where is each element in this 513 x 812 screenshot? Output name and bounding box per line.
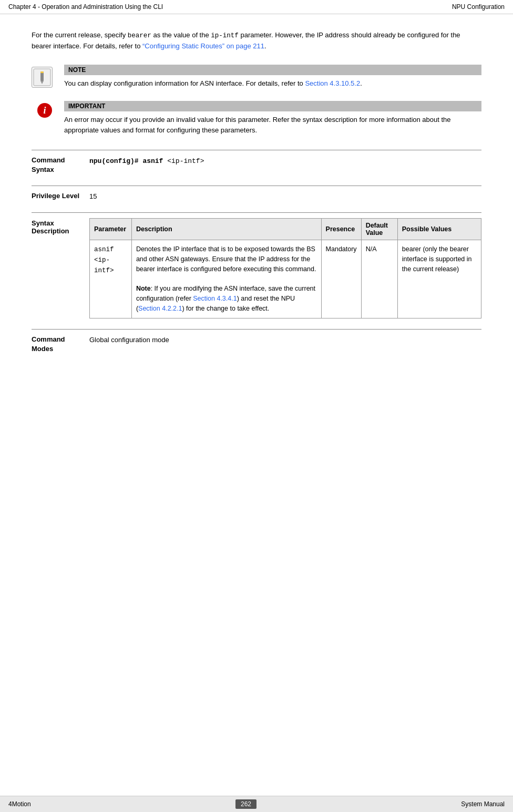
privilege-level-value: 15 <box>89 191 481 202</box>
intro-text1: For the current release, specify <box>32 31 128 39</box>
svg-rect-3 <box>40 71 44 73</box>
col-default-value: Default Value <box>361 219 397 240</box>
important-i-icon: i <box>37 103 52 118</box>
note-box: NOTE You can display configuration infor… <box>32 65 481 89</box>
note-header: NOTE <box>64 65 481 75</box>
param-code: asnif<ip-intf> <box>94 246 114 274</box>
command-modes-value: Global configuration mode <box>89 335 481 346</box>
important-header: IMPORTANT <box>64 101 481 111</box>
page-header: Chapter 4 - Operation and Administration… <box>0 0 513 14</box>
note-link[interactable]: Section 4.3.10.5.2 <box>305 79 360 87</box>
page-footer: 4Motion 262 System Manual <box>0 796 513 812</box>
command-modes-label: Command Modes <box>32 335 89 354</box>
table-row: asnif<ip-intf> Denotes the IP interface … <box>90 240 481 318</box>
intro-paragraph: For the current release, specify bearer … <box>32 30 481 52</box>
intro-text2: as the value of the <box>151 31 211 39</box>
note-text: You can display configuration informatio… <box>64 78 481 89</box>
cell-possible-values: bearer (only the bearer interface is sup… <box>397 240 481 318</box>
pencil-svg <box>33 68 52 87</box>
pencil-icon <box>32 67 53 88</box>
table-header-row: Parameter Description Presence Default V… <box>90 219 481 240</box>
command-syntax-section: Command Syntax npu(config)# asnif <ip-in… <box>32 150 481 185</box>
cell-description: Denotes the IP interface that is to be e… <box>131 240 321 318</box>
syntax-description-section: Syntax Description Parameter Description… <box>32 212 481 318</box>
intro-code2: ip-intf <box>211 32 239 39</box>
cell-presence: Mandatory <box>321 240 361 318</box>
important-content: IMPORTANT An error may occur if you prov… <box>64 101 481 135</box>
desc-note: Note: If you are modifying the ASN inter… <box>136 285 315 312</box>
cell-parameter: asnif<ip-intf> <box>90 240 132 318</box>
header-left: Chapter 4 - Operation and Administration… <box>8 3 163 11</box>
desc-main: Denotes the IP interface that is to be e… <box>136 245 316 273</box>
footer-right: System Manual <box>461 800 505 808</box>
header-right: NPU Configuration <box>452 3 505 11</box>
syntax-table-wrapper: Parameter Description Presence Default V… <box>89 218 481 318</box>
command-syntax-label: Command Syntax <box>32 156 89 174</box>
note-icon-container <box>32 67 58 88</box>
cell-default-value: N/A <box>361 240 397 318</box>
col-parameter: Parameter <box>90 219 132 240</box>
important-text: An error may occur if you provide an inv… <box>64 115 481 135</box>
syntax-table: Parameter Description Presence Default V… <box>89 218 481 318</box>
syntax-description-label: Syntax Description <box>32 218 89 235</box>
footer-page-number: 262 <box>235 799 256 809</box>
command-syntax-code: npu(config)# asnif <ip-intf> <box>89 157 204 165</box>
important-box: i IMPORTANT An error may occur if you pr… <box>32 101 481 135</box>
important-icon-container: i <box>32 103 58 118</box>
command-syntax-content: npu(config)# asnif <ip-intf> <box>89 156 481 167</box>
command-modes-section: Command Modes Global configuration mode <box>32 329 481 364</box>
note-link1[interactable]: Section 4.3.4.1 <box>193 295 237 302</box>
col-presence: Presence <box>321 219 361 240</box>
privilege-level-section: Privilege Level 15 <box>32 186 481 213</box>
intro-text4: . <box>264 42 266 50</box>
note-link2[interactable]: Section 4.2.2.1 <box>138 305 182 312</box>
privilege-level-label: Privilege Level <box>32 191 89 201</box>
main-content: For the current release, specify bearer … <box>0 14 513 380</box>
footer-left: 4Motion <box>8 800 31 808</box>
col-possible-values: Possible Values <box>397 219 481 240</box>
col-description: Description <box>131 219 321 240</box>
note-content: NOTE You can display configuration infor… <box>64 65 481 89</box>
note-inline-label: Note <box>136 285 151 292</box>
intro-code1: bearer <box>128 32 151 39</box>
intro-link[interactable]: “Configuring Static Routes” on page 211 <box>142 42 264 50</box>
